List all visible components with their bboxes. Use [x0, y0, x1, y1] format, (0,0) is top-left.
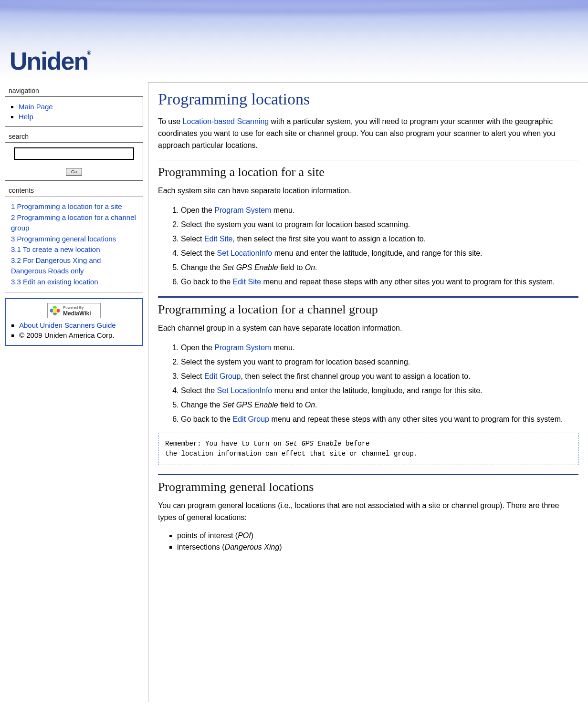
list-item: Select the system you want to program fo…	[181, 219, 578, 230]
link-edit-group[interactable]: Edit Group	[204, 372, 241, 380]
toc-link-3-1[interactable]: 3.1 To create a new location	[11, 245, 100, 253]
list-item: Select the system you want to program fo…	[181, 356, 578, 368]
page-title: Programming locations	[158, 90, 578, 108]
general-types-list: points of interest (POI) intersections (…	[158, 531, 578, 552]
link-program-system[interactable]: Program System	[214, 206, 271, 214]
steps-site: Open the Program System menu. Select the…	[158, 205, 578, 288]
list-item: Select the Set LocationInfo menu and ent…	[181, 385, 578, 396]
nav-box: Main Page Help	[5, 96, 143, 127]
sidebar: navigation Main Page Help search Go cont…	[0, 80, 148, 351]
search-box: Go	[5, 142, 143, 181]
go-button[interactable]: Go	[66, 168, 82, 176]
nav-item-help[interactable]: Help	[19, 113, 138, 121]
search-heading: search	[5, 131, 143, 142]
header-banner: Uniden®	[0, 0, 588, 80]
nav-heading: navigation	[5, 85, 143, 96]
link-set-locationinfo[interactable]: Set LocationInfo	[217, 249, 273, 257]
logo: Uniden®	[10, 47, 91, 75]
list-item: Go back to the Edit Group menu and repea…	[181, 414, 578, 425]
list-item: Open the Program System menu.	[181, 205, 578, 216]
list-item: Change the Set GPS Enable field to On.	[181, 262, 578, 273]
copyright-text: © 2009 Uniden America Corp.	[19, 331, 137, 339]
about-link[interactable]: About Uniden Scanners Guide	[19, 321, 137, 329]
lead-group: Each channel group in a system can have …	[158, 323, 578, 334]
toc-link-2[interactable]: 2 Programming a location for a channel g…	[11, 213, 136, 232]
lead-site: Each system site can have separate locat…	[158, 185, 578, 197]
note-box: Remember: You have to turn on Set GPS En…	[158, 433, 578, 465]
lead-general: You can program general locations (i.e.,…	[158, 500, 578, 524]
nav-item-main[interactable]: Main Page	[19, 103, 138, 111]
flower-icon	[50, 305, 60, 316]
heading-group: Programming a location for a channel gro…	[158, 296, 578, 317]
mediawiki-badge[interactable]: Powered By MediaWiki	[47, 303, 101, 318]
link-set-locationinfo-2[interactable]: Set LocationInfo	[217, 386, 273, 395]
link-location-based-scanning[interactable]: Location-based Scanning	[183, 117, 269, 125]
contents-heading: contents	[5, 185, 143, 196]
list-item: Select Edit Site, then select the first …	[181, 233, 578, 245]
list-item: Go back to the Edit Site menu and repeat…	[181, 276, 578, 288]
list-item: points of interest (POI)	[177, 531, 578, 540]
main-content: Programming locations To use Location-ba…	[148, 82, 588, 702]
list-item: Change the Set GPS Enable field to On.	[181, 399, 578, 411]
link-edit-site[interactable]: Edit Site	[204, 235, 233, 243]
list-item: Open the Program System menu.	[181, 342, 578, 354]
list-item: Select Edit Group, then select the first…	[181, 371, 578, 382]
toc-link-3-2[interactable]: 3.2 For Dangerous Xing and Dangerous Roa…	[11, 256, 101, 275]
heading-site: Programming a location for a site	[158, 160, 578, 179]
toc-link-3[interactable]: 3 Programming general locations	[11, 235, 116, 243]
link-edit-site-2[interactable]: Edit Site	[233, 278, 262, 286]
toc-link-1[interactable]: 1 Programming a location for a site	[11, 202, 122, 210]
intro-paragraph: To use Location-based Scanning with a pa…	[158, 116, 578, 151]
heading-general: Programming general locations	[158, 474, 578, 494]
toc-link-3-3[interactable]: 3.3 Edit an existing location	[11, 278, 98, 286]
link-edit-group-2[interactable]: Edit Group	[233, 415, 269, 423]
link-program-system-2[interactable]: Program System	[214, 344, 271, 352]
toc-box: 1 Programming a location for a site 2 Pr…	[5, 196, 143, 292]
search-input[interactable]	[14, 147, 134, 160]
list-item: intersections (Dangerous Xing)	[177, 543, 578, 552]
list-item: Select the Set LocationInfo menu and ent…	[181, 248, 578, 259]
steps-group: Open the Program System menu. Select the…	[158, 342, 578, 425]
footer-box: Powered By MediaWiki About Uniden Scanne…	[5, 298, 143, 346]
